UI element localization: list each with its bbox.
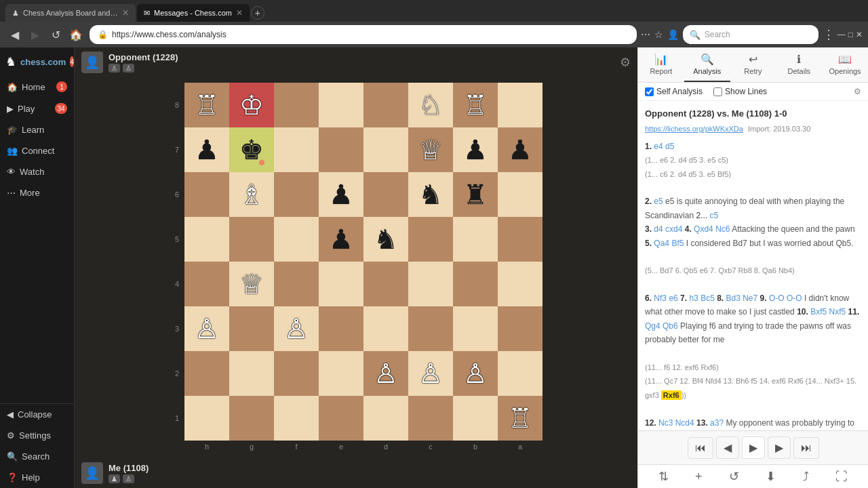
move-ncd4[interactable]: Ncd4 [675,418,694,428]
move-qb6[interactable]: Qb6 [663,321,678,331]
cell-c5[interactable] [408,217,453,262]
cell-b2[interactable]: ♙ [453,351,498,396]
move-h3[interactable]: h3 [689,293,698,303]
browser-search-bar[interactable]: 🔍 Search [683,25,818,44]
download-icon[interactable]: ⬇ [766,469,776,484]
tab-openings[interactable]: 📖 Openings [822,47,868,82]
maximize-icon[interactable]: □ [848,30,853,39]
cell-g4[interactable]: ♕ [229,262,274,306]
move-oo[interactable]: O-O [769,293,785,303]
cell-h6[interactable] [184,172,229,217]
cell-c1[interactable] [408,396,453,441]
sidebar-item-search[interactable]: 🔍 Search [0,446,74,467]
cell-b1[interactable] [453,396,498,441]
play-button[interactable]: ▶ [742,436,765,459]
cell-b7[interactable]: ♟ [453,127,498,172]
move-e5[interactable]: e5 [654,197,663,206]
cell-d3[interactable] [363,306,408,351]
tab-close-icon[interactable]: ✕ [122,8,129,18]
cell-d2[interactable]: ♙ [363,351,408,396]
cell-c6[interactable]: ♞ [408,172,453,217]
prev-move-button[interactable]: ◀ [716,436,739,459]
move-qa4[interactable]: Qa4 [654,239,669,248]
move-bxf5[interactable]: Bxf5 [810,307,827,317]
cell-a3[interactable] [498,306,542,351]
cell-d5[interactable]: ♞ [363,217,408,262]
fullscreen-icon[interactable]: ⛶ [835,470,848,484]
cell-c2[interactable]: ♙ [408,351,453,396]
cell-d7[interactable] [363,127,408,172]
analysis-settings-icon[interactable]: ⚙ [854,87,861,96]
cell-g7[interactable]: ♚ [229,127,274,172]
cell-b5[interactable] [453,217,498,262]
cell-d6[interactable] [363,172,408,217]
cell-e1[interactable] [319,396,363,441]
add-icon[interactable]: + [695,470,703,484]
move-nf3[interactable]: Nf3 [654,293,667,303]
cell-c3[interactable] [408,306,453,351]
sidebar-item-watch[interactable]: 👁 Watch [0,161,74,182]
cell-c8[interactable]: ♘ [408,83,453,127]
cell-a5[interactable] [498,217,542,262]
cell-f6[interactable] [274,172,319,217]
cell-e2[interactable] [319,351,363,396]
tab-close-icon2[interactable]: ✕ [236,8,243,18]
cell-b3[interactable] [453,306,498,351]
cell-h5[interactable] [184,217,229,262]
bookmark-icon[interactable]: ☆ [654,29,663,40]
sidebar-item-learn[interactable]: 🎓 Learn [0,119,74,140]
move-bc5[interactable]: Bc5 [701,293,715,303]
cell-f5[interactable] [274,217,319,262]
home-button[interactable]: 🏠 [66,25,85,44]
sidebar-item-play[interactable]: ▶ Play 34 [0,98,74,119]
cell-h1[interactable] [184,396,229,441]
move-c5[interactable]: c5 [709,211,718,220]
cell-d8[interactable] [363,83,408,127]
cell-d4[interactable] [363,262,408,306]
cell-h3[interactable]: ♙ [184,306,229,351]
move-nc3[interactable]: Nc3 [658,418,673,428]
cell-e3[interactable] [319,306,363,351]
move-qg4[interactable]: Qg4 [645,321,660,331]
cell-e5[interactable]: ♟ [319,217,363,262]
tab-details[interactable]: ℹ Details [776,47,822,82]
move-nxf5[interactable]: Nxf5 [829,307,846,317]
tab-retry[interactable]: ↩ Retry [730,47,776,82]
back-button[interactable]: ◀ [5,25,24,44]
tab-messages[interactable]: ✉ Messages - Chess.com ✕ [137,4,250,22]
move-e4[interactable]: e4 [654,142,663,151]
cell-f1[interactable] [274,396,319,441]
cell-g1[interactable] [229,396,274,441]
cell-b8[interactable]: ♖ [453,83,498,127]
cell-h4[interactable] [184,262,229,306]
game-link-text[interactable]: https://lichess.org/pkWKxXDa [645,125,743,133]
cell-c7[interactable]: ♕ [408,127,453,172]
cell-b6[interactable]: ♜ [453,172,498,217]
cell-a4[interactable] [498,262,542,306]
share-icon[interactable]: ⤴ [803,470,809,484]
cell-e6[interactable]: ♟ [319,172,363,217]
last-move-button[interactable]: ⏭ [793,437,819,459]
forward-button[interactable]: ▶ [26,25,45,44]
show-lines-checkbox[interactable] [713,87,722,96]
move-qxd4[interactable]: Qxd4 [694,224,713,234]
move-d5[interactable]: d5 [665,142,674,151]
tab-report[interactable]: 📊 Report [638,47,684,82]
sidebar-item-collapse[interactable]: ◀ Collapse [0,404,74,425]
tab-chess-analysis[interactable]: ♟ Chess Analysis Board and P... ✕ [5,4,136,22]
move-cxd4[interactable]: cxd4 [665,224,682,234]
show-lines-option[interactable]: Show Lines [713,87,767,96]
cell-h2[interactable] [184,351,229,396]
cell-g8[interactable]: ♔ [229,83,274,127]
menu-icon[interactable]: ⋮ [823,27,835,42]
first-move-button[interactable]: ⏮ [688,437,713,459]
extensions-icon[interactable]: ⋯ [641,29,650,40]
cell-f8[interactable] [274,83,319,127]
cell-f4[interactable] [274,262,319,306]
move-e6[interactable]: e6 [669,293,677,303]
sidebar-item-help[interactable]: ❓ Help [0,467,74,488]
cell-g2[interactable] [229,351,274,396]
sidebar-item-settings[interactable]: ⚙ Settings [0,425,74,446]
close-icon[interactable]: ✕ [856,30,863,39]
cell-e7[interactable] [319,127,363,172]
